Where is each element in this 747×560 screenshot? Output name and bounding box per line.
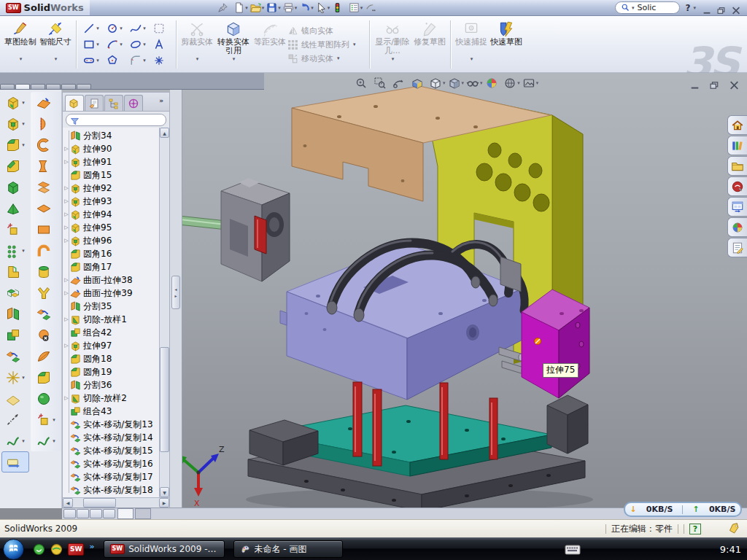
- tree-item[interactable]: ▷ 圆角16: [63, 247, 159, 260]
- dropdown-arrow-icon[interactable]: ▾: [536, 80, 539, 86]
- dropdown-arrow-icon[interactable]: ▾: [262, 5, 265, 11]
- view-tool-button[interactable]: ▾: [429, 77, 446, 90]
- dropdown-arrow-icon[interactable]: ▾: [53, 438, 55, 444]
- tree-item[interactable]: ▷ 圆角17: [63, 260, 159, 273]
- tree-item[interactable]: ▷ 圆角18: [63, 352, 159, 365]
- model-tab[interactable]: [117, 508, 133, 519]
- sketch-tool-button[interactable]: ▾: [80, 52, 103, 69]
- expand-arrow-icon[interactable]: ▷: [63, 277, 70, 283]
- expand-arrow-icon[interactable]: ▷: [63, 225, 70, 230]
- convert-entities-button[interactable]: 转换实体引用 ▾: [214, 18, 252, 71]
- messenger-quicklaunch-icon[interactable]: [33, 543, 45, 556]
- sketch-tool-button[interactable]: ▾: [80, 20, 103, 36]
- task-pane-tab[interactable]: [727, 176, 747, 196]
- view-tool-button[interactable]: ▾: [448, 77, 465, 90]
- dropdown-arrow-icon[interactable]: ▾: [311, 5, 314, 11]
- feature-tool-button[interactable]: ▾: [1, 261, 29, 282]
- dropdown-arrow-icon[interactable]: ▾: [22, 121, 25, 127]
- sketch-tool-button[interactable]: ▾: [126, 36, 150, 52]
- tree-item[interactable]: ▷ 分割35: [63, 300, 159, 313]
- tray-icon[interactable]: [699, 543, 711, 555]
- menu-item[interactable]: [109, 7, 122, 9]
- scroll-track[interactable]: [73, 498, 159, 508]
- tree-item[interactable]: ▷ 实体-移动/复制15: [63, 444, 159, 457]
- ribbon-tab[interactable]: [15, 84, 30, 89]
- task-pane-tab[interactable]: [727, 115, 747, 135]
- dropdown-arrow-icon[interactable]: ▾: [53, 417, 55, 423]
- sketch-tool-button[interactable]: ▾: [103, 52, 126, 69]
- menu-item[interactable]: [167, 7, 180, 9]
- dropdown-arrow-icon[interactable]: ▾: [360, 5, 363, 11]
- tree-filter-input[interactable]: [66, 114, 166, 126]
- dropdown-arrow-icon[interactable]: ▾: [517, 80, 520, 86]
- tree-horizontal-scrollbar[interactable]: ◀ ▶: [63, 497, 169, 508]
- panel-splitter[interactable]: ◂▸: [170, 90, 182, 508]
- tab-nav-button[interactable]: [103, 509, 115, 518]
- doc-close-button[interactable]: [729, 79, 740, 88]
- dropdown-arrow-icon[interactable]: ▾: [20, 56, 23, 62]
- tree-item[interactable]: ▷ 拉伸94: [63, 208, 159, 221]
- task-pane-tab[interactable]: [727, 197, 747, 217]
- tree-item[interactable]: ▷ 圆角15: [63, 168, 159, 182]
- taskbar-window-paint[interactable]: 未命名 - 画图: [233, 540, 343, 558]
- dropdown-arrow-icon[interactable]: ▾: [22, 248, 25, 254]
- task-pane-tab[interactable]: [727, 136, 747, 155]
- tree-item[interactable]: ▷ 拉伸96: [63, 234, 159, 247]
- surface-tool-button[interactable]: ▾: [31, 409, 61, 430]
- surface-tool-button[interactable]: ▾: [31, 219, 61, 240]
- tree-vertical-scrollbar[interactable]: ▲ ▼: [159, 128, 169, 497]
- smart-dimension-button[interactable]: 智能尺寸 ▾: [38, 18, 73, 71]
- surface-tool-button[interactable]: ▾: [31, 261, 61, 282]
- repair-sketch-button[interactable]: 修复草图: [412, 18, 447, 71]
- dropdown-arrow-icon[interactable]: ▾: [295, 5, 298, 11]
- view-tool-button[interactable]: ▾: [503, 77, 520, 90]
- offset-entities-button[interactable]: 等距实体: [252, 18, 287, 71]
- minimize-button[interactable]: [702, 4, 712, 12]
- surface-tool-button[interactable]: ▾: [31, 282, 61, 303]
- tab-nav-button[interactable]: [77, 509, 89, 518]
- scroll-up-button[interactable]: ▲: [160, 128, 169, 138]
- title-toolbar-button[interactable]: ▾: [298, 1, 314, 14]
- doc-restore-button[interactable]: [709, 79, 720, 88]
- tree-item[interactable]: ▷ 切除-放样2: [63, 392, 159, 405]
- expand-arrow-icon[interactable]: ▷: [63, 185, 70, 191]
- feature-tool-button[interactable]: ▾: [1, 240, 29, 261]
- dropdown-arrow-icon[interactable]: ▾: [22, 438, 25, 444]
- menu-item[interactable]: [152, 7, 166, 9]
- title-toolbar-button[interactable]: ▾: [331, 1, 347, 14]
- splitter-grip[interactable]: ◂▸: [171, 276, 180, 309]
- surface-tool-button[interactable]: ▾: [31, 303, 61, 324]
- expand-arrow-icon[interactable]: ▷: [63, 159, 70, 165]
- feature-tool-button[interactable]: ▾: [1, 430, 29, 451]
- sketch-tool-button[interactable]: ▾: [103, 20, 126, 36]
- ribbon-tab[interactable]: [46, 84, 61, 89]
- tree-item[interactable]: ▷ 实体-移动/复制16: [63, 457, 159, 470]
- tree-item[interactable]: ▷ 曲面-拉伸38: [63, 273, 159, 287]
- surface-tool-button[interactable]: ▾: [31, 176, 61, 198]
- tray-icon[interactable]: [607, 543, 619, 555]
- tree-item[interactable]: ▷ 拉伸92: [63, 182, 159, 195]
- surface-tool-button[interactable]: ▾: [31, 155, 61, 176]
- tree-item[interactable]: ▷ 组合43: [63, 405, 159, 418]
- ribbon-tab[interactable]: [31, 84, 45, 89]
- feature-tool-button[interactable]: ▾: [1, 388, 29, 409]
- title-toolbar-button[interactable]: ▾: [266, 1, 282, 14]
- task-pane-tab[interactable]: [727, 238, 747, 257]
- dropdown-arrow-icon[interactable]: ▾: [120, 42, 123, 47]
- dropdown-arrow-icon[interactable]: ▾: [443, 80, 446, 86]
- menu-item[interactable]: [138, 7, 151, 9]
- view-tool-button[interactable]: ▾: [374, 77, 390, 90]
- menu-item[interactable]: [123, 7, 136, 9]
- trim-entities-button[interactable]: 剪裁实体 ▾: [179, 18, 214, 71]
- tag-icon[interactable]: [728, 523, 740, 534]
- sketch-tool-button[interactable]: ▾: [103, 36, 126, 52]
- dropdown-arrow-icon[interactable]: ▾: [143, 26, 146, 31]
- tree-item[interactable]: ▷ 拉伸97: [63, 339, 159, 352]
- dropdown-arrow-icon[interactable]: ▾: [233, 56, 236, 62]
- title-toolbar-button[interactable]: ▾: [315, 1, 331, 14]
- feature-tool-button[interactable]: ▾: [1, 367, 29, 388]
- dropdown-arrow-icon[interactable]: ▾: [278, 5, 281, 11]
- solidworks-quicklaunch-icon[interactable]: SW: [68, 543, 84, 556]
- expand-arrow-icon[interactable]: ▷: [63, 316, 70, 322]
- small-toolbar-button[interactable]: 镜向实体 ▾: [287, 26, 366, 36]
